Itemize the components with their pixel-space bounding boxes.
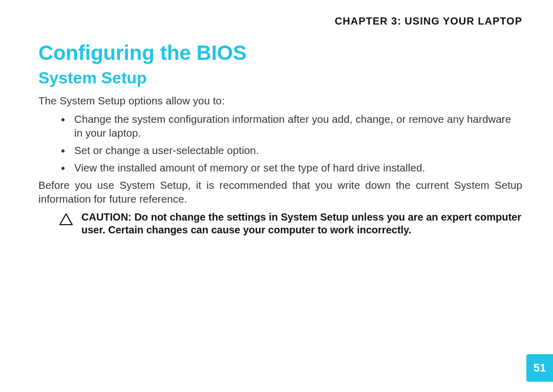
page-number: 51 (534, 361, 546, 375)
page-number-tab: 51 (526, 354, 553, 382)
caution-triangle-icon (59, 213, 73, 228)
svg-marker-0 (60, 214, 72, 225)
intro-text: The System Setup options allow you to: (38, 94, 522, 107)
chapter-header: CHAPTER 3: USING YOUR LAPTOP (38, 15, 522, 27)
list-item: Set or change a user-selectable option. (71, 144, 522, 157)
heading-system-setup: System Setup (38, 69, 522, 87)
caution-text: CAUTION: Do not change the settings in S… (81, 211, 521, 237)
list-item: View the installed amount of memory or s… (71, 161, 522, 175)
note-text: Before you use System Setup, it is recom… (38, 179, 522, 205)
list-item: Change the system configuration informat… (71, 113, 522, 139)
caution-block: CAUTION: Do not change the settings in S… (38, 211, 522, 237)
heading-configuring-bios: Configuring the BIOS (38, 41, 522, 64)
bullet-list: Change the system configuration informat… (38, 113, 522, 175)
document-page: CHAPTER 3: USING YOUR LAPTOP Configuring… (0, 0, 553, 392)
